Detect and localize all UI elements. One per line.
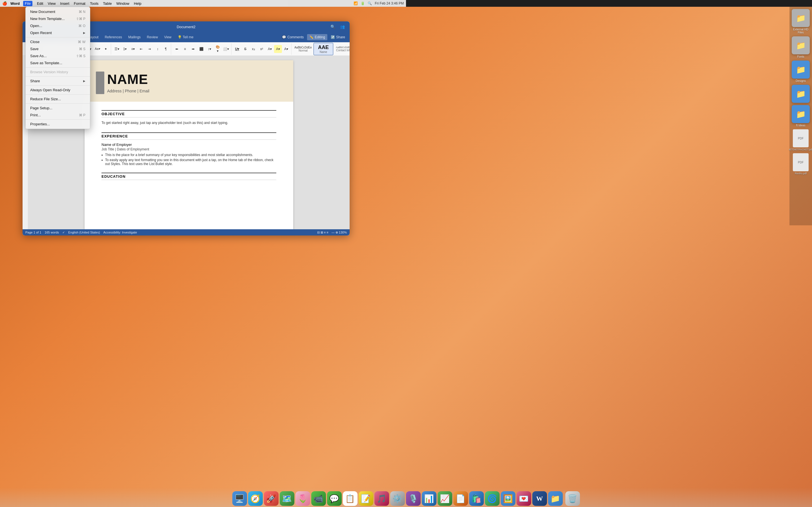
experience-title[interactable]: EXPERIENCE [101,132,276,140]
font-color-btn[interactable]: A▾ [266,45,274,53]
share-collab-button[interactable]: 👥 [338,23,346,31]
bullets-btn[interactable]: ☰▾ [113,45,121,53]
bullet-2[interactable]: ■ To easily apply any text formatting yo… [101,158,276,166]
menubar-view[interactable]: View [48,1,56,6]
show-marks-btn[interactable]: ¶ [162,45,170,53]
search-button[interactable]: 🔍 [329,23,337,31]
file-menu: New Document ⌘ N New from Template... ⇧⌘… [26,7,90,129]
apple-menu-icon[interactable]: 🍎 [2,1,7,6]
menu-page-setup[interactable]: Page Setup... [26,105,90,112]
document-name[interactable]: NAME [107,71,276,87]
align-right-btn[interactable]: ➡ [189,45,197,53]
separator-7 [26,119,90,120]
share-button[interactable]: ↗️ Share [328,34,347,40]
menu-save[interactable]: Save ⌘ S [26,45,90,52]
text-effect-btn[interactable]: A▾ [282,45,290,53]
menu-open-recent[interactable]: Open Recent ▶ [26,29,90,36]
zoom-slider[interactable]: — ⊕ [332,231,339,234]
menu-save-template-label: Save as Template... [30,61,62,65]
word-count[interactable]: 165 words [45,231,59,234]
sort-btn[interactable]: ↕ [154,45,161,53]
bullet-1[interactable]: ■ This is the place for a brief summary … [101,153,276,157]
education-title[interactable]: EDUCATION [101,173,276,180]
menubar-insert[interactable]: Insert [60,1,69,6]
menu-close[interactable]: Close ⌘ W [26,38,90,45]
app-name[interactable]: Word [10,1,20,6]
menu-open[interactable]: Open... ⌘ O [26,22,90,29]
accessibility[interactable]: Accessibility: Investigate [103,231,137,234]
style-normal-label: Normal [299,49,308,52]
menubar-file[interactable]: File [23,1,33,6]
tab-review[interactable]: Review [144,34,161,40]
menu-save-as-template[interactable]: Save as Template... [26,59,90,66]
tab-references[interactable]: References [102,34,124,40]
justify-btn[interactable]: ⬛ [197,45,205,53]
menu-properties[interactable]: Properties... [26,121,90,128]
bullet-marker-2: ■ [101,159,103,166]
style-normal[interactable]: AaBbCcDdEe Normal [293,43,313,55]
menu-save-as-shortcut: ⇧⌘ S [76,54,86,58]
subscript-btn[interactable]: x₂ [250,45,257,53]
numbered-list-btn[interactable]: 1▾ [121,45,129,53]
tab-tell-me[interactable]: 💡 Tell me [175,34,196,40]
tab-view[interactable]: View [161,34,174,40]
menubar-help[interactable]: Help [134,1,142,6]
decrease-indent-btn[interactable]: ⇤ [137,45,145,53]
menubar-search-icon[interactable]: 🔍 [368,1,372,5]
objective-title[interactable]: OBJECTIVE [101,110,276,117]
style-name[interactable]: AAE Name [313,43,333,55]
document-contact[interactable]: Address | Phone | Email [107,89,276,93]
employer-name[interactable]: Name of Employer [101,143,276,147]
menubar-format[interactable]: Format [74,1,86,6]
align-center-btn[interactable]: ≡ [181,45,189,53]
tab-mailings[interactable]: Mailings [125,34,144,40]
highlight-btn[interactable]: A▾ [274,45,282,53]
style-contact-info[interactable]: AaBbCcDdEe Contact Info [334,43,350,55]
document-header: NAME Address | Phone | Email [85,60,293,102]
menubar-window[interactable]: Window [116,1,129,6]
menubar-tools[interactable]: Tools [90,1,98,6]
separator-2 [26,67,90,68]
document-page: NAME Address | Phone | Email OBJECTIVE T… [85,60,293,229]
line-spacing-btn[interactable]: ↕▾ [206,45,213,53]
style-contact-preview: AaBbCcDdEe [336,46,350,49]
menubar: 🍎 Word File Edit View Insert Format Tool… [0,0,406,7]
menubar-table[interactable]: Table [103,1,112,6]
menu-new-document[interactable]: New Document ⌘ N [26,8,90,15]
menu-print[interactable]: Print... ⌘ P [26,112,90,119]
job-title[interactable]: Job Title | Dates of Employment [101,147,276,151]
shading-btn[interactable]: 🎨▾ [214,45,222,53]
editing-button[interactable]: ✏️ Editing [307,34,327,40]
menu-print-label: Print... [30,113,41,117]
menubar-edit[interactable]: Edit [37,1,43,6]
strikethrough-btn[interactable]: S [241,45,249,53]
menu-save-shortcut: ⌘ S [79,47,86,51]
align-left-btn[interactable]: ⬅ [173,45,181,53]
menu-save-as[interactable]: Save As... ⇧⌘ S [26,52,90,59]
menu-readonly-label: Always Open Read-Only [30,88,70,92]
menu-always-open-readonly[interactable]: Always Open Read-Only [26,87,90,94]
zoom-level: 130% [339,231,347,234]
education-section: EDUCATION [101,173,276,180]
menu-new-from-template[interactable]: New from Template... ⇧⌘ P [26,15,90,22]
bold-btn[interactable]: U▾ [233,45,241,53]
menu-reduce-file-size[interactable]: Reduce File Size... [26,96,90,103]
font-case-btn[interactable]: Aa▾ [94,45,101,53]
menu-save-as-label: Save As... [30,54,47,58]
clear-format-btn[interactable]: ✦ [102,45,110,53]
comments-button[interactable]: 💬 Comments [280,34,306,40]
menu-browse-version-history: Browse Version History [26,68,90,75]
superscript-btn[interactable]: x² [258,45,266,53]
menu-close-shortcut: ⌘ W [78,40,86,44]
menu-share-label: Share [30,79,40,83]
menu-share[interactable]: Share ▶ [26,77,90,84]
language[interactable]: English (United States) [68,231,100,234]
style-name-preview: AAE [318,45,329,50]
border-btn[interactable]: ⬜▾ [222,45,231,53]
increase-indent-btn[interactable]: ⇥ [146,45,153,53]
comments-icon: 💬 [282,35,286,39]
objective-content[interactable]: To get started right away, just tap any … [101,120,276,126]
view-icons: ⊟ ⊠ ≡ ≡ [317,231,328,234]
spelling-icon[interactable]: ✓ [62,231,65,234]
multilevel-list-btn[interactable]: ≡▾ [129,45,137,53]
